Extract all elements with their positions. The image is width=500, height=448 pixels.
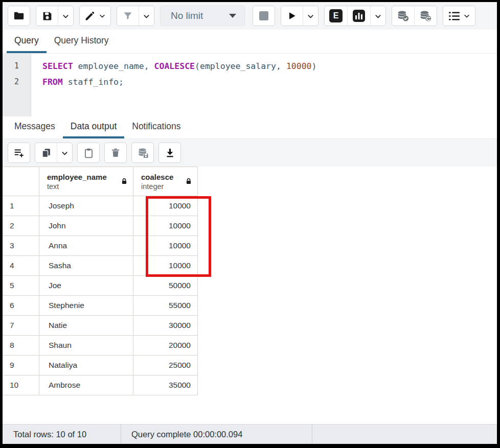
rollback-icon xyxy=(419,10,432,22)
query-tool-window: No limit E xyxy=(3,2,497,444)
table-row[interactable]: 7Natie30000 xyxy=(3,316,198,336)
row-number-cell[interactable]: 6 xyxy=(3,296,39,316)
table-row[interactable]: 6Stephenie55000 xyxy=(3,296,198,316)
execute-button[interactable] xyxy=(281,6,303,26)
save-data-changes-button[interactable] xyxy=(132,143,153,162)
code-line[interactable]: FROM staff_info; xyxy=(42,74,497,90)
editor-gutter: 12 xyxy=(3,54,31,116)
filter-button[interactable] xyxy=(117,6,139,26)
explain-menu-button[interactable] xyxy=(370,6,385,26)
name-cell[interactable]: Natie xyxy=(39,316,133,336)
name-cell[interactable]: Sasha xyxy=(39,256,133,276)
row-number-cell[interactable]: 2 xyxy=(3,216,39,236)
total-rows-text: Total rows: 10 of 10 xyxy=(13,430,86,439)
name-cell[interactable]: Joseph xyxy=(39,196,133,216)
column-header-employee-name[interactable]: employee_name text xyxy=(39,167,133,196)
open-file-button[interactable] xyxy=(8,6,30,26)
row-number-cell[interactable]: 3 xyxy=(3,236,39,256)
edit-icon xyxy=(84,11,95,21)
column-name: employee_name xyxy=(47,172,107,182)
explain-button[interactable]: E xyxy=(325,6,347,26)
row-limit-select[interactable]: No limit xyxy=(160,6,245,26)
table-row[interactable]: 9Nataliya25000 xyxy=(3,356,198,375)
download-button[interactable] xyxy=(159,143,180,162)
explain-analyze-icon xyxy=(352,9,366,22)
save-data-icon xyxy=(137,147,149,159)
value-cell[interactable]: 55000 xyxy=(133,296,198,316)
value-cell[interactable]: 35000 xyxy=(133,375,198,395)
save-button[interactable] xyxy=(36,6,58,26)
row-number-cell[interactable]: 10 xyxy=(3,375,39,395)
chevron-down-icon xyxy=(463,12,470,19)
row-number-cell[interactable]: 5 xyxy=(3,276,39,296)
query-tabbar: Query Query History xyxy=(3,30,497,54)
table-row[interactable]: 5Joe50000 xyxy=(3,276,198,296)
table-row[interactable]: 1Joseph10000 xyxy=(3,196,198,216)
tab-notifications[interactable]: Notifications xyxy=(124,116,188,138)
commit-button[interactable] xyxy=(392,6,414,26)
results-header: employee_name text coalesce integer xyxy=(3,167,198,196)
tab-query-history[interactable]: Query History xyxy=(47,30,117,53)
row-number-cell[interactable]: 8 xyxy=(3,336,39,356)
delete-row-button[interactable] xyxy=(105,143,126,162)
row-number-cell[interactable]: 4 xyxy=(3,256,39,276)
main-toolbar: No limit E xyxy=(3,2,497,30)
tab-query[interactable]: Query xyxy=(7,30,47,53)
value-cell[interactable]: 10000 xyxy=(133,216,198,236)
table-row[interactable]: 8Shaun20000 xyxy=(3,336,198,356)
results-table: employee_name text coalesce integer xyxy=(3,167,198,395)
total-rows-status: Total rows: 10 of 10 xyxy=(3,425,121,444)
paste-button[interactable] xyxy=(78,143,99,162)
tab-notifications-label: Notifications xyxy=(132,121,180,132)
tab-data-output-label: Data output xyxy=(71,121,117,132)
row-number-header xyxy=(3,167,39,196)
code-line[interactable]: SELECT employee_name, COALESCE(employee_… xyxy=(42,58,497,74)
tab-messages-label: Messages xyxy=(14,121,55,132)
copy-menu-button[interactable] xyxy=(57,143,72,162)
name-cell[interactable]: Anna xyxy=(39,236,133,256)
lock-icon xyxy=(121,178,128,185)
table-row[interactable]: 3Anna10000 xyxy=(3,236,198,256)
column-type: integer xyxy=(141,182,173,191)
rollback-button[interactable] xyxy=(414,6,437,26)
edit-button[interactable] xyxy=(80,6,110,26)
name-cell[interactable]: Nataliya xyxy=(39,356,133,375)
table-row[interactable]: 10Ambrose35000 xyxy=(3,375,198,395)
name-cell[interactable]: Ambrose xyxy=(39,375,133,395)
value-cell[interactable]: 10000 xyxy=(133,256,198,276)
name-cell[interactable]: Joe xyxy=(39,276,133,296)
row-number-cell[interactable]: 7 xyxy=(3,316,39,336)
row-number-cell[interactable]: 1 xyxy=(3,196,39,216)
name-cell[interactable]: Stephenie xyxy=(39,296,133,316)
column-type: text xyxy=(47,182,107,191)
play-icon xyxy=(287,11,297,21)
value-cell[interactable]: 10000 xyxy=(133,236,198,256)
paste-icon xyxy=(83,148,94,158)
tab-data-output[interactable]: Data output xyxy=(63,116,124,138)
row-number-cell[interactable]: 9 xyxy=(3,356,39,375)
chevron-down-icon xyxy=(229,14,236,18)
status-bar: Total rows: 10 of 10 Query complete 00:0… xyxy=(3,424,497,444)
table-row[interactable]: 2John10000 xyxy=(3,216,198,236)
value-cell[interactable]: 50000 xyxy=(133,276,198,296)
tab-messages[interactable]: Messages xyxy=(7,116,63,138)
execute-menu-button[interactable] xyxy=(303,6,318,26)
cancel-query-button[interactable] xyxy=(253,6,275,26)
value-cell[interactable]: 25000 xyxy=(133,356,198,375)
line-number: 2 xyxy=(3,74,31,90)
add-row-button[interactable] xyxy=(8,143,30,162)
sql-editor[interactable]: 12 SELECT employee_name, COALESCE(employ… xyxy=(3,54,497,116)
save-menu-button[interactable] xyxy=(58,6,73,26)
name-cell[interactable]: Shaun xyxy=(39,336,133,356)
filter-menu-button[interactable] xyxy=(139,6,154,26)
value-cell[interactable]: 10000 xyxy=(133,196,198,216)
table-row[interactable]: 4Sasha10000 xyxy=(3,256,198,276)
editor-code[interactable]: SELECT employee_name, COALESCE(employee_… xyxy=(31,54,497,116)
copy-button[interactable] xyxy=(35,143,57,162)
column-header-coalesce[interactable]: coalesce integer xyxy=(133,167,198,196)
name-cell[interactable]: John xyxy=(39,216,133,236)
explain-analyze-button[interactable] xyxy=(347,6,370,26)
value-cell[interactable]: 20000 xyxy=(133,336,198,356)
value-cell[interactable]: 30000 xyxy=(133,316,198,336)
macros-button[interactable] xyxy=(443,6,475,26)
